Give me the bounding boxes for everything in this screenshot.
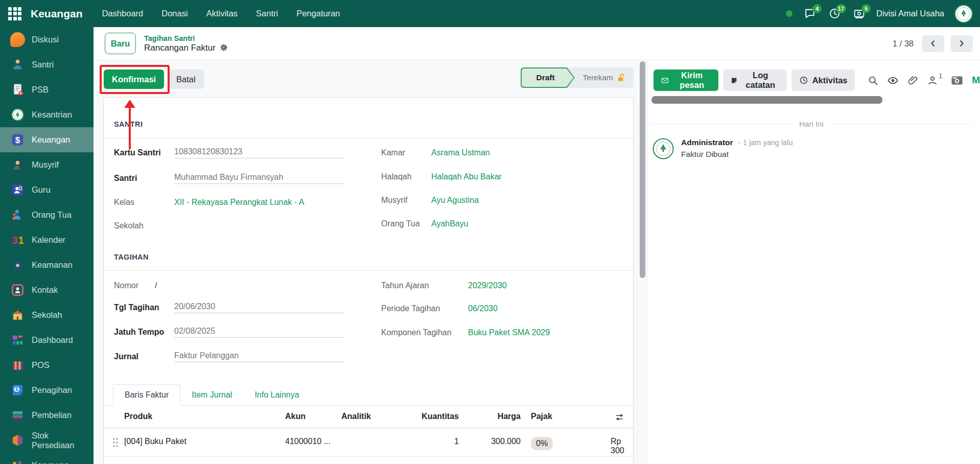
finance-icon[interactable]: 5 <box>852 7 866 20</box>
activities-label: Aktivitas <box>812 76 848 85</box>
menu-donasi[interactable]: Donasi <box>161 9 188 18</box>
drag-handle-icon[interactable] <box>112 437 119 448</box>
sidebar-item-kalender[interactable]: 31 Kalender <box>0 227 94 252</box>
sidebar-item-psb[interactable]: PSB <box>0 77 94 102</box>
camera-icon[interactable] <box>951 75 963 86</box>
pager-next-button[interactable] <box>950 35 973 52</box>
send-message-button[interactable]: Kirim pesan <box>654 69 718 91</box>
col-produk[interactable]: Produk <box>124 412 152 421</box>
sidebar-item-pos[interactable]: POS <box>0 353 94 378</box>
svg-text:1: 1 <box>18 235 24 246</box>
chat-blob-icon <box>10 32 25 47</box>
sidebar-item-diskusi[interactable]: Diskusi <box>0 27 94 52</box>
sidebar-item-musyrif[interactable]: Musyrif <box>0 152 94 177</box>
followers-icon[interactable]: 1 <box>927 75 942 86</box>
sidebar-item-label: Karyawan <box>32 460 69 464</box>
field-value-link[interactable]: Halaqah Abu Bakar <box>431 172 502 181</box>
field-value-link[interactable]: AyahBayu <box>431 219 469 228</box>
menu-aktivitas[interactable]: Aktivitas <box>206 9 238 18</box>
form-view-container: Konfirmasi Batal Draft Terekam SANTRI <box>94 60 647 464</box>
cell-harga[interactable]: 300.000 <box>470 437 521 446</box>
breadcrumb-parent[interactable]: Tagihan Santri <box>144 34 228 43</box>
activities-button[interactable]: Aktivitas <box>791 69 855 91</box>
field-label: Periode Tagihan <box>381 298 440 319</box>
sidebar-item-orang-tua[interactable]: Orang Tua <box>0 202 94 227</box>
cancel-button[interactable]: Batal <box>168 69 204 89</box>
invoice-line-row[interactable]: [004] Buku Paket 41000010 ... 1 300.000 … <box>104 428 633 457</box>
activities-icon[interactable]: 17 <box>827 7 842 20</box>
tab-baris-faktur[interactable]: Baris Faktur <box>113 384 180 406</box>
gear-icon[interactable] <box>220 43 228 52</box>
sidebar-item-kontak[interactable]: Kontak <box>0 277 94 303</box>
student-icon <box>10 57 25 72</box>
sidebar-item-santri[interactable]: Santri <box>0 52 94 77</box>
confirm-button[interactable]: Konfirmasi <box>104 69 164 89</box>
menu-santri[interactable]: Santri <box>256 9 278 18</box>
svg-text:$: $ <box>15 135 20 145</box>
field-value-link[interactable]: Ayu Agustina <box>431 196 479 205</box>
field-value-input[interactable]: 02/08/2025 <box>174 327 344 338</box>
col-akun[interactable]: Akun <box>285 412 306 421</box>
sidebar-item-keamanan[interactable]: Keamanan <box>0 252 94 277</box>
attachment-paperclip-icon[interactable] <box>907 75 918 86</box>
cell-pajak-badge[interactable]: 0% <box>531 437 553 450</box>
field-value-input[interactable]: Muhammad Bayu Firmansyah <box>174 173 344 184</box>
cell-kuantitas[interactable]: 1 <box>408 437 459 446</box>
field-value-link[interactable]: Asrama Ustman <box>431 148 490 157</box>
sidebar-item-keuangan[interactable]: $ Keuangan <box>0 127 94 152</box>
search-message-icon[interactable] <box>868 75 878 86</box>
annotation-arrow-line <box>129 107 131 149</box>
sidebar-item-stok-persediaan[interactable]: Stok Persediaan <box>0 428 94 453</box>
mentor-person-icon <box>10 157 25 172</box>
vertical-scrollbar[interactable] <box>640 61 645 278</box>
state-terekam[interactable]: Terekam <box>583 73 626 83</box>
company-name[interactable]: Divisi Amal Usaha <box>876 9 944 18</box>
field-value-link[interactable]: XII - Rekayasa Perangkat Lunak - A <box>174 198 304 207</box>
app-sidebar: Diskusi Santri PSB Kesantrian $ Keuangan… <box>0 27 94 464</box>
messages-icon[interactable]: 4 <box>803 7 817 20</box>
sidebar-item-karyawan[interactable]: Karyawan <box>0 453 94 464</box>
sidebar-item-dashboard[interactable]: Dashboard <box>0 328 94 353</box>
tab-info-lainnya[interactable]: Info Lainnya <box>243 385 310 405</box>
col-pajak[interactable]: Pajak <box>531 412 552 421</box>
pager-prev-button[interactable] <box>922 35 944 52</box>
cell-akun[interactable]: 41000010 ... <box>285 437 331 446</box>
apps-grid-icon[interactable] <box>8 7 21 20</box>
field-value-input[interactable]: 108308120830123 <box>174 147 344 158</box>
field-label: Orang Tua <box>381 214 420 234</box>
sidebar-item-kesantrian[interactable]: Kesantrian <box>0 102 94 127</box>
sidebar-item-penagihan[interactable]: $ Penagihan <box>0 378 94 403</box>
tab-item-jurnal[interactable]: Item Jurnal <box>180 385 243 405</box>
col-analitik[interactable]: Analitik <box>341 412 371 421</box>
state-terekam-label: Terekam <box>583 73 613 82</box>
field-orang-tua: Orang Tua AyahBayu <box>371 214 626 234</box>
new-record-button[interactable]: Baru <box>105 33 136 54</box>
column-sliders-icon[interactable] <box>615 412 624 422</box>
sidebar-item-guru[interactable]: Guru <box>0 177 94 202</box>
annotation-arrow-head <box>124 100 135 108</box>
online-status-dot <box>786 10 792 17</box>
field-value-link[interactable]: Buku Paket SMA 2029 <box>468 328 550 337</box>
field-value-link[interactable]: 06/2030 <box>468 304 498 313</box>
sidebar-item-label: Kontak <box>32 285 58 295</box>
avatar-badge-m[interactable]: M <box>972 75 980 86</box>
log-note-button[interactable]: Log catatan <box>723 69 786 91</box>
note-icon <box>731 76 737 85</box>
app-name[interactable]: Keuangan <box>31 8 83 20</box>
col-kuantitas[interactable]: Kuantitas <box>408 412 459 421</box>
field-value-input[interactable]: Faktur Pelanggan <box>174 351 344 362</box>
col-harga[interactable]: Harga <box>470 412 521 421</box>
watch-record-eye-icon[interactable] <box>887 75 899 86</box>
sidebar-item-sekolah[interactable]: Sekolah <box>0 303 94 328</box>
field-value-link[interactable]: 2029/2030 <box>468 281 507 290</box>
cell-produk[interactable]: [004] Buku Paket <box>124 437 186 446</box>
sidebar-item-pembelian[interactable]: Pembelian <box>0 403 94 428</box>
message-author[interactable]: Administrator <box>681 138 733 147</box>
menu-pengaturan[interactable]: Pengaturan <box>296 9 340 18</box>
user-avatar[interactable] <box>954 5 973 23</box>
state-draft[interactable]: Draft <box>521 67 575 88</box>
field-value-input[interactable]: 20/06/2030 <box>174 302 344 313</box>
school-building-icon <box>10 308 25 322</box>
calendar-31-icon: 31 <box>10 233 25 247</box>
menu-dashboard[interactable]: Dashboard <box>102 9 144 18</box>
